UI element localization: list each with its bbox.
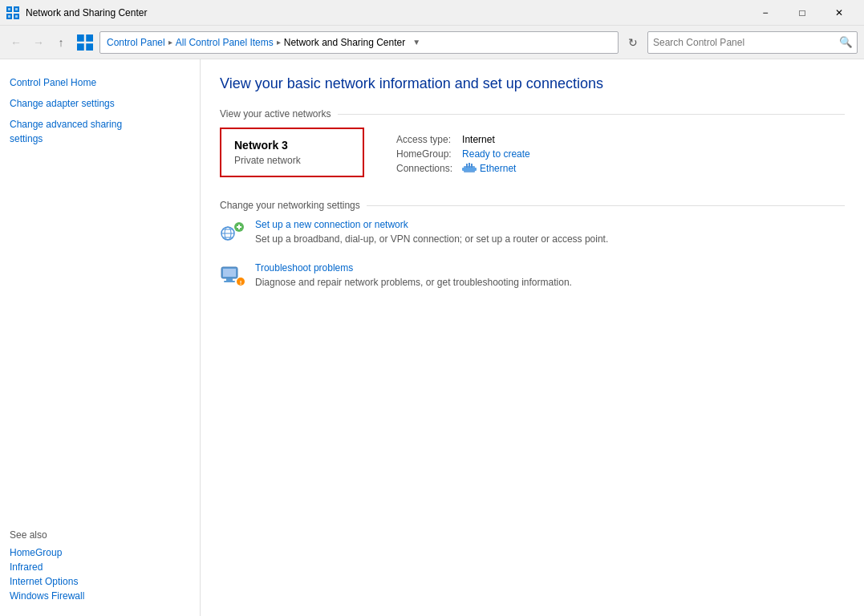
access-type-label: Access type:	[396, 134, 452, 145]
svg-rect-28	[224, 281, 235, 282]
up-button[interactable]: ↑	[51, 33, 71, 52]
main-container: Control Panel Home Change adapter settin…	[0, 59, 864, 616]
search-button[interactable]: 🔍	[834, 32, 857, 53]
troubleshoot-desc: Diagnose and repair network problems, or…	[255, 277, 572, 288]
network-type: Private network	[234, 155, 350, 166]
search-bar: 🔍	[647, 31, 858, 54]
sidebar-item-control-panel-home[interactable]: Control Panel Home	[10, 72, 190, 93]
change-settings-section: Change your networking settings Set up a…	[220, 200, 845, 290]
homegroup-label: HomeGroup:	[396, 148, 452, 160]
svg-rect-11	[86, 43, 93, 51]
svg-text:!: !	[240, 279, 242, 286]
troubleshoot-content: Troubleshoot problems Diagnose and repai…	[255, 262, 572, 288]
see-also-windows-firewall[interactable]: Windows Firewall	[10, 589, 190, 603]
svg-rect-16	[469, 163, 470, 168]
search-input[interactable]	[648, 37, 834, 48]
svg-rect-14	[466, 164, 468, 168]
active-networks-section-title: View your active networks	[220, 108, 845, 120]
ethernet-icon	[462, 163, 477, 174]
forward-button[interactable]: →	[29, 33, 48, 52]
content-area: View your basic network information and …	[201, 59, 864, 616]
see-also-infrared[interactable]: Infrared	[10, 560, 190, 574]
nav-bar: ← → ↑ Control Panel ▸ All Control Panel …	[0, 26, 864, 59]
svg-rect-10	[77, 43, 84, 51]
title-bar: Network and Sharing Center − □ ✕	[0, 0, 864, 26]
svg-rect-5	[15, 8, 18, 10]
svg-rect-7	[15, 15, 18, 18]
breadcrumb-icon-area	[77, 34, 93, 51]
see-also: See also HomeGroup Infrared Internet Opt…	[10, 529, 190, 603]
ethernet-link[interactable]: Ethernet	[480, 163, 516, 174]
active-networks: Network 3 Private network Access type: I…	[220, 128, 845, 180]
homegroup-link[interactable]: Ready to create	[462, 148, 530, 160]
title-bar-text: Network and Sharing Center	[26, 7, 147, 18]
breadcrumb-current: Network and Sharing Center	[284, 37, 405, 48]
breadcrumb-control-panel[interactable]: Control Panel	[107, 37, 165, 48]
network-card[interactable]: Network 3 Private network	[220, 128, 364, 177]
see-also-homegroup[interactable]: HomeGroup	[10, 545, 190, 560]
troubleshoot-icon: !	[220, 264, 245, 290]
access-type-value: Internet	[462, 134, 530, 145]
minimize-button[interactable]: −	[747, 0, 784, 26]
network-name: Network 3	[234, 139, 350, 152]
svg-rect-6	[8, 15, 10, 18]
network-info: Access type: Internet HomeGroup: Ready t…	[396, 134, 530, 174]
sidebar: Control Panel Home Change adapter settin…	[0, 59, 201, 616]
new-connection-desc: Set up a broadband, dial-up, or VPN conn…	[255, 233, 608, 245]
breadcrumb-sep-2: ▸	[277, 38, 281, 47]
sidebar-item-change-advanced-sharing[interactable]: Change advanced sharingsettings	[10, 114, 190, 149]
back-button[interactable]: ←	[6, 33, 26, 52]
breadcrumb-dropdown-button[interactable]: ▼	[408, 38, 424, 47]
breadcrumb-sep-1: ▸	[168, 38, 172, 47]
title-bar-controls: − □ ✕	[747, 0, 858, 26]
see-also-internet-options[interactable]: Internet Options	[10, 574, 190, 589]
breadcrumb-bar: Control Panel ▸ All Control Panel Items …	[99, 31, 619, 54]
change-settings-title: Change your networking settings	[220, 200, 845, 211]
sidebar-nav: Control Panel Home Change adapter settin…	[10, 72, 190, 149]
connections-label: Connections:	[396, 163, 452, 174]
svg-rect-27	[226, 278, 233, 281]
maximize-button[interactable]: □	[784, 0, 821, 26]
page-title: View your basic network information and …	[220, 75, 845, 92]
breadcrumb-all-items[interactable]: All Control Panel Items	[176, 37, 274, 48]
svg-rect-8	[77, 34, 84, 42]
new-connection-item[interactable]: Set up a new connection or network Set u…	[220, 219, 845, 246]
svg-rect-26	[223, 269, 236, 277]
title-bar-left: Network and Sharing Center	[6, 6, 147, 19]
new-connection-link[interactable]: Set up a new connection or network	[255, 219, 608, 230]
new-connection-icon	[220, 221, 245, 246]
connections-value-area: Ethernet	[462, 163, 530, 174]
svg-rect-15	[471, 164, 473, 168]
see-also-title: See also	[10, 529, 190, 541]
refresh-button[interactable]: ↻	[622, 31, 644, 54]
app-icon	[6, 6, 19, 19]
troubleshoot-item[interactable]: ! Troubleshoot problems Diagnose and rep…	[220, 262, 845, 290]
troubleshoot-link[interactable]: Troubleshoot problems	[255, 262, 572, 274]
close-button[interactable]: ✕	[821, 0, 858, 26]
svg-rect-4	[8, 8, 10, 10]
control-panel-icon	[77, 34, 93, 51]
new-connection-content: Set up a new connection or network Set u…	[255, 219, 608, 245]
sidebar-item-change-adapter[interactable]: Change adapter settings	[10, 93, 190, 114]
svg-rect-9	[86, 34, 93, 42]
svg-rect-13	[462, 168, 477, 171]
